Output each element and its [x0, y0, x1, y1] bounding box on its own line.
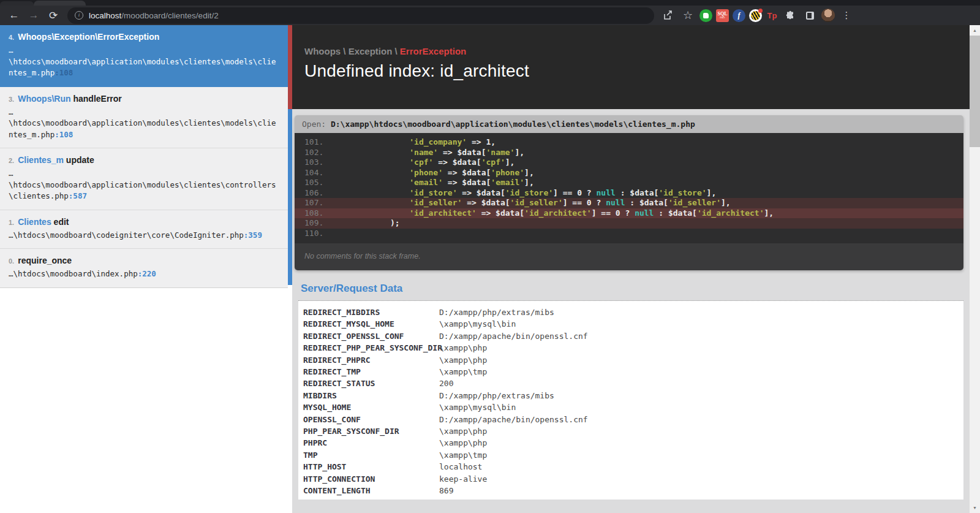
table-row: PHPRC\xampp\php — [303, 437, 963, 449]
frame-file-path: …\htdocs\moodboard\codeigniter\core\Code… — [9, 230, 278, 241]
page-scrollbar[interactable]: ▲ ▼ — [970, 25, 980, 513]
table-row: MYSQL_HOME\xampp\mysql\bin — [303, 401, 963, 413]
frame-title: 3. Whoops\Run handleError — [9, 94, 278, 104]
browser-toolbar: ← → ⟳ i localhost/moodboard/clientes/edi… — [0, 6, 980, 25]
extensions-puzzle-icon[interactable] — [782, 7, 798, 23]
code-line: 102. 'name' => $data['name'], — [295, 148, 963, 158]
open-file-link[interactable]: Open: D:\xampp\htdocs\moodboard\applicat… — [295, 115, 963, 133]
code-line: 106. 'id_store' => $data['id_store'] == … — [295, 188, 963, 199]
exception-message: Undefined index: id_architect — [304, 61, 968, 81]
code-line: 101. 'id_company' => 1, — [295, 137, 963, 148]
code-line: 103. 'cpf' => $data['cpf'], — [295, 158, 963, 168]
profile-avatar[interactable] — [821, 9, 835, 22]
path-ellipsis: … — [9, 107, 278, 118]
frame-title: 2. Clientes_m update — [9, 155, 278, 165]
code-line: 109. ); — [295, 218, 963, 229]
sidebar-toggle-icon[interactable] — [802, 7, 818, 23]
code-line: 105. 'email' => $data['email'], — [295, 178, 963, 188]
scroll-down-icon[interactable]: ▼ — [970, 503, 980, 513]
table-row: REDIRECT_PHPRC\xampp\php — [303, 354, 963, 366]
frame-file-path: \htdocs\moodboard\application\modules\cl… — [9, 56, 278, 79]
table-row: REDIRECT_MIBDIRSD:/xampp/php/extras/mibs — [303, 306, 963, 318]
code-card: Open: D:\xampp\htdocs\moodboard\applicat… — [295, 115, 963, 270]
url-path: /moodboard/clientes/edit/2 — [121, 11, 218, 20]
forward-button[interactable]: → — [24, 7, 43, 23]
extension-thumbs-icon[interactable] — [699, 9, 712, 22]
open-file-path: D:\xampp\htdocs\moodboard\application\mo… — [331, 120, 695, 129]
scrollbar-thumb[interactable] — [970, 36, 980, 147]
code-line: 110. — [295, 229, 963, 239]
code-line: 104. 'phone' => $data['phone'], — [295, 168, 963, 178]
active-tab[interactable] — [34, 1, 86, 6]
code-line: 107. 'id_seller' => $data['id_seller'] =… — [295, 198, 963, 208]
url-text[interactable]: localhost/moodboard/clientes/edit/2 — [89, 11, 219, 20]
menu-kebab-icon[interactable]: ⋮ — [839, 7, 854, 23]
exception-class: ErrorException — [400, 46, 466, 56]
table-row: HTTP_HOSTlocalhost — [303, 461, 963, 473]
stack-frame[interactable]: 0. require_once…\htdocs\moodboard\index.… — [0, 249, 288, 287]
url-host: localhost — [89, 11, 121, 20]
frame-file-path: …\htdocs\moodboard\index.php:220 — [9, 268, 278, 280]
frame-comments: No comments for this stack frame. — [295, 243, 963, 270]
extension-dazzle-icon[interactable] — [749, 9, 762, 22]
stack-frames-list: 4. Whoops\Exception\ErrorException…\htdo… — [0, 25, 288, 288]
stack-frame[interactable]: 3. Whoops\Run handleError…\htdocs\moodbo… — [0, 87, 288, 149]
table-row: OPENSSL_CONFD:/xampp/apache/bin/openssl.… — [303, 414, 963, 425]
notification-dot — [758, 9, 763, 13]
stack-frame[interactable]: 4. Whoops\Exception\ErrorException…\htdo… — [0, 25, 288, 87]
frame-file-path: \htdocs\moodboard\application\modules\cl… — [9, 118, 278, 140]
code-accent-bar — [288, 109, 292, 285]
error-detail-panel: Whoops \ Exception \ ErrorException Unde… — [288, 25, 980, 513]
path-ellipsis: … — [9, 168, 278, 180]
extension-tp-icon[interactable]: Tp — [766, 9, 778, 22]
header-accent-bar — [288, 25, 292, 109]
table-row: REDIRECT_MYSQL_HOME\xampp\mysql\bin — [303, 318, 963, 330]
bookmark-star-icon[interactable]: ☆ — [680, 7, 696, 23]
table-row: REDIRECT_PHP_PEAR_SYSCONF_DIR\xampp\php — [303, 342, 963, 354]
whoops-error-page: 4. Whoops\Exception\ErrorException…\htdo… — [0, 25, 980, 513]
frame-title: 4. Whoops\Exception\ErrorException — [9, 32, 278, 42]
request-data-section: Server/Request Data REDIRECT_MIBDIRSD:/x… — [298, 283, 963, 500]
exception-breadcrumb: Whoops \ Exception \ ErrorException — [304, 46, 968, 56]
table-row: MIBDIRSD:/xampp/php/extras/mibs — [303, 390, 963, 401]
stack-frame[interactable]: 1. Clientes edit…\htdocs\moodboard\codei… — [0, 210, 288, 249]
frame-content: Open: D:\xampp\htdocs\moodboard\applicat… — [292, 109, 980, 513]
table-row: TMP\xampp\tmp — [303, 449, 963, 461]
back-button[interactable]: ← — [5, 7, 23, 23]
stack-frames-sidebar: 4. Whoops\Exception\ErrorException…\htdo… — [0, 25, 288, 513]
reload-button[interactable]: ⟳ — [44, 7, 62, 23]
table-row: HTTP_CONNECTIONkeep-alive — [303, 473, 963, 485]
path-ellipsis: … — [9, 45, 278, 56]
table-row: PHP_PEAR_SYSCONF_DIR\xampp\php — [303, 425, 963, 437]
table-row: REDIRECT_TMP\xampp\tmp — [303, 366, 963, 378]
request-data-table: REDIRECT_MIBDIRSD:/xampp/php/extras/mibs… — [298, 301, 963, 500]
frame-title: 1. Clientes edit — [9, 217, 278, 227]
frame-file-path: \htdocs\moodboard\application\modules\cl… — [9, 180, 278, 202]
extension-sql-icon[interactable]: SQLPRO — [716, 9, 729, 22]
exception-header: Whoops \ Exception \ ErrorException Unde… — [292, 25, 980, 109]
table-row: CONTENT_LENGTH869 — [303, 485, 963, 496]
share-icon[interactable] — [660, 7, 676, 23]
request-data-heading: Server/Request Data — [298, 283, 963, 301]
site-info-icon[interactable]: i — [75, 11, 83, 20]
code-line: 108. 'id_architect' => $data['id_archite… — [295, 208, 963, 219]
scroll-up-icon[interactable]: ▲ — [970, 25, 980, 36]
extension-blue-icon[interactable]: f — [733, 9, 745, 22]
background-tab[interactable] — [0, 1, 34, 6]
table-row: REDIRECT_OPENSSL_CONFD:/xampp/apache/bin… — [303, 330, 963, 342]
tab-strip — [0, 0, 980, 6]
frame-title: 0. require_once — [9, 256, 278, 265]
table-row: REDIRECT_STATUS200 — [303, 378, 963, 389]
stack-frame[interactable]: 2. Clientes_m update…\htdocs\moodboard\a… — [0, 148, 288, 210]
code-snippet: 101. 'id_company' => 1,102. 'name' => $d… — [295, 133, 963, 243]
address-bar[interactable]: i localhost/moodboard/clientes/edit/2 — [67, 7, 654, 24]
toolbar-icons: ☆ SQLPRO f Tp ⋮ — [660, 7, 854, 23]
